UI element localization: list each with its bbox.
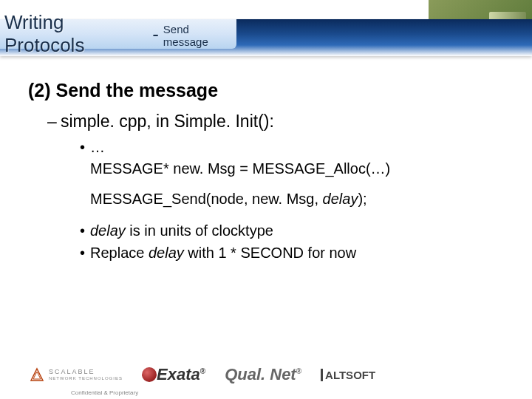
title-bar: Writing Protocols - Send message — [0, 19, 532, 56]
bullet-1: •… — [80, 139, 502, 156]
bullet-dot: • — [80, 139, 90, 156]
content-heading: (2) Send the message — [28, 80, 502, 101]
bullet-dot: • — [80, 219, 90, 242]
bullet-2: •delay is in units of clocktype — [80, 219, 502, 242]
dash-bullet: – — [47, 112, 61, 132]
slide-content: (2) Send the message –simple. cpp, in Si… — [28, 80, 502, 264]
code-line-1: MESSAGE* new. Msg = MESSAGE_Alloc(…) — [90, 159, 502, 179]
footer-logos: SCALABLE NETWORK TECHNOLOGIES Exata® Qua… — [30, 365, 502, 384]
confidential-text: Confidential & Proprietary — [71, 389, 138, 396]
logo-scalable: SCALABLE NETWORK TECHNOLOGIES — [30, 367, 123, 382]
scalable-text-top: SCALABLE — [49, 369, 123, 376]
slide-title-main: Writing Protocols — [4, 11, 148, 57]
sub-item-1: –simple. cpp, in Simple. Init(): — [47, 112, 502, 132]
triangle-icon — [30, 367, 44, 382]
scalable-text-bot: NETWORK TECHNOLOGIES — [49, 376, 123, 381]
logo-exata: Exata® — [142, 365, 205, 384]
sphere-icon — [142, 367, 157, 382]
sub-item-1-text: simple. cpp, in Simple. Init(): — [61, 112, 274, 131]
bullet-1-text: … — [90, 139, 105, 155]
slide-title-separator: - — [152, 23, 159, 46]
code-line-2: MESSAGE_Send(node, new. Msg, delay); — [90, 189, 502, 209]
bullet-3: •Replace delay with 1 * SECOND for now — [80, 242, 502, 264]
logo-altsoft: ALTSOFT — [321, 369, 375, 381]
bullet-dot: • — [80, 242, 90, 264]
logo-qualnet: Qual. Net® — [225, 365, 301, 384]
slide-title-sub: Send message — [163, 23, 236, 48]
code-block: MESSAGE* new. Msg = MESSAGE_Alloc(…) MES… — [90, 159, 502, 209]
